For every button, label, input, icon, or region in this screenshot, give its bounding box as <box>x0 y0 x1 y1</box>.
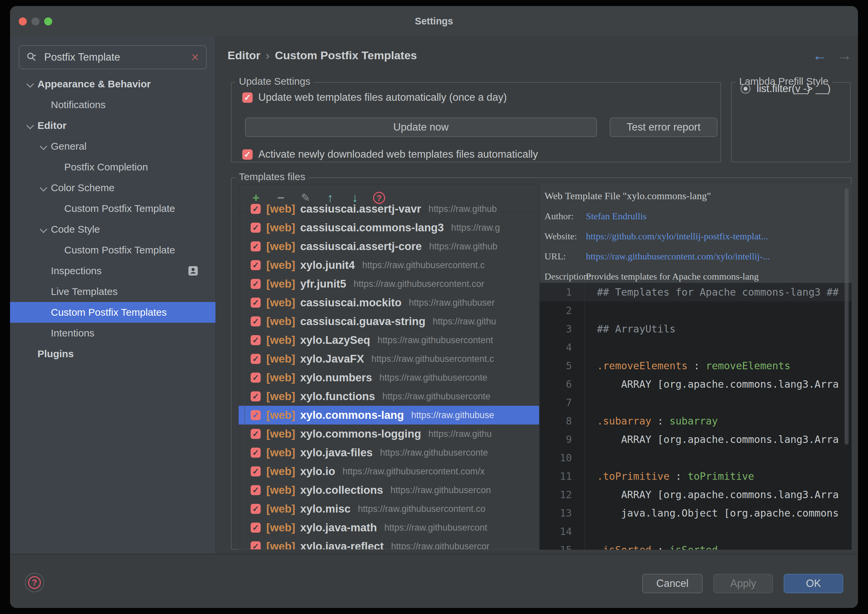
checkbox-checked-icon[interactable]: ✓ <box>251 298 261 308</box>
chevron-down-icon[interactable] <box>39 224 51 234</box>
checkbox-checked-icon[interactable]: ✓ <box>251 466 261 476</box>
template-file-row[interactable]: ✓ [web] xylo.LazySeq https://raw.githubu… <box>239 331 539 350</box>
clear-search-icon[interactable]: ✕ <box>191 51 200 64</box>
template-file-row[interactable]: ✓ [web] xylo.java-math https://raw.githu… <box>239 518 539 537</box>
sidebar-item[interactable]: Custom Postfix Templates <box>10 302 215 323</box>
checkbox-checked-icon[interactable]: ✓ <box>251 392 261 401</box>
template-file-row[interactable]: ✓ [web] cassiuscai.mockito https://raw.g… <box>239 293 539 312</box>
template-file-row[interactable]: ✓ [web] xylo.io https://raw.githubuserco… <box>239 462 539 481</box>
sidebar-item-label: Code Style <box>51 224 100 235</box>
checkbox-checked-icon[interactable]: ✓ <box>251 541 261 550</box>
template-file-row[interactable]: ✓ [web] xylo.numbers https://raw.githubu… <box>239 368 539 387</box>
checkbox-checked-icon[interactable]: ✓ <box>251 522 261 533</box>
checkbox-checked-icon[interactable]: ✓ <box>251 335 261 345</box>
template-file-name: xylo.commons-lang <box>300 409 404 421</box>
checkbox-checked-icon[interactable]: ✓ <box>242 149 253 160</box>
template-file-row[interactable]: ✓ [web] xylo.java-reflect https://raw.gi… <box>239 537 539 550</box>
checkbox-checked-icon[interactable]: ✓ <box>251 260 261 270</box>
sidebar-item[interactable]: Postfix Completion <box>10 157 215 177</box>
sidebar-item[interactable]: Notifications <box>10 95 215 115</box>
page-title: Custom Postfix Templates <box>275 49 417 62</box>
chevron-down-icon[interactable] <box>25 121 37 131</box>
settings-search-box[interactable]: ✕ <box>19 45 207 69</box>
template-file-row[interactable]: ✓ [web] xylo.commons-lang https://raw.gi… <box>239 406 539 424</box>
checkbox-checked-icon[interactable]: ✓ <box>251 204 261 214</box>
breadcrumb-parent[interactable]: Editor <box>228 49 260 62</box>
sidebar-item[interactable]: Plugins <box>10 344 215 364</box>
template-file-row[interactable]: ✓ [web] yfr.junit5 https://raw.githubuse… <box>239 275 539 293</box>
template-file-row[interactable]: ✓ [web] cassiuscai.assertj-core https://… <box>239 237 539 256</box>
activate-templates-checkbox-row[interactable]: ✓ Activate newly downloaded web template… <box>242 148 538 160</box>
checkbox-checked-icon[interactable]: ✓ <box>251 373 261 382</box>
editor-scrollbar[interactable] <box>845 188 849 445</box>
activate-templates-label[interactable]: Activate newly downloaded web templates … <box>258 148 538 160</box>
checkbox-checked-icon[interactable]: ✓ <box>251 222 261 233</box>
sidebar-item[interactable]: Intentions <box>10 323 215 344</box>
checkbox-checked-icon[interactable]: ✓ <box>251 410 261 420</box>
lambda-style-label[interactable]: list.filter(v -> __) <box>756 83 831 95</box>
template-file-row[interactable]: ✓ [web] xylo.junit4 https://raw.githubus… <box>239 256 539 275</box>
update-now-button[interactable]: Update now <box>245 118 597 137</box>
checkbox-checked-icon[interactable]: ✓ <box>242 92 253 103</box>
template-file-row[interactable]: ✓ [web] cassiuscai.guava-string https://… <box>239 312 539 331</box>
sidebar-item[interactable]: Color Scheme <box>10 177 215 198</box>
radio-button-icon[interactable] <box>741 84 750 94</box>
auto-update-checkbox-row[interactable]: ✓ Update web templates files automatical… <box>242 92 507 103</box>
chevron-down-icon[interactable] <box>39 183 51 193</box>
template-file-name: cassiuscai.mockito <box>300 296 401 309</box>
template-file-name: xylo.commons-logging <box>300 427 421 440</box>
template-code-editor[interactable]: 1 ## Templates for Apache commons-lang3 … <box>540 283 852 550</box>
sidebar-item[interactable]: Custom Postfix Template <box>10 240 215 260</box>
template-info-fields: Author: Stefan Endrullis Website: https:… <box>544 211 852 282</box>
template-file-row[interactable]: ✓ [web] xylo.JavaFX https://raw.githubus… <box>239 350 539 368</box>
checkbox-checked-icon[interactable]: ✓ <box>251 485 261 495</box>
dialog-footer: ? Cancel Apply OK <box>10 554 858 608</box>
cancel-button[interactable]: Cancel <box>642 574 703 593</box>
info-field-value[interactable]: Provides templates for Apache commons-la… <box>586 271 759 282</box>
back-arrow-icon[interactable]: ← <box>812 47 827 64</box>
template-file-url: https://raw.githubusercon <box>391 485 491 496</box>
info-field-value[interactable]: https://raw.githubusercontent.com/xylo/i… <box>586 251 770 262</box>
chevron-down-icon[interactable] <box>39 141 51 151</box>
template-file-row[interactable]: ✓ [web] cassiuscai.commons-lang3 https:/… <box>239 218 539 237</box>
sidebar-item[interactable]: Live Templates <box>10 281 215 302</box>
help-button[interactable]: ? <box>25 573 44 592</box>
template-file-row[interactable]: ✓ [web] cassiuscai.assertj-vavr https://… <box>239 199 539 218</box>
template-file-row[interactable]: ✓ [web] xylo.java-files https://raw.gith… <box>239 443 539 462</box>
checkbox-checked-icon[interactable]: ✓ <box>251 354 261 364</box>
ok-button[interactable]: OK <box>784 574 843 593</box>
line-number: 15 <box>540 541 585 550</box>
zoom-traffic-light[interactable] <box>44 17 52 25</box>
checkbox-checked-icon[interactable]: ✓ <box>251 448 261 458</box>
sidebar-item[interactable]: General <box>10 136 215 157</box>
web-tag: [web] <box>267 465 295 478</box>
minimize-traffic-light[interactable] <box>31 17 39 25</box>
chevron-down-icon[interactable] <box>25 79 37 89</box>
sidebar-item[interactable]: Inspections <box>10 260 215 281</box>
lambda-style-radio-row[interactable]: list.filter(v -> __) <box>741 83 831 95</box>
checkbox-checked-icon[interactable]: ✓ <box>251 316 261 326</box>
checkbox-checked-icon[interactable]: ✓ <box>251 241 261 252</box>
test-error-report-button[interactable]: Test error report <box>610 118 718 137</box>
sidebar-item[interactable]: Appearance & Behavior <box>10 74 215 95</box>
sidebar-item[interactable]: Custom Postfix Template <box>10 198 215 219</box>
template-detail-panel: Web Template File "xylo.commons-lang" Au… <box>539 184 852 550</box>
close-traffic-light[interactable] <box>19 17 27 25</box>
sidebar-item-label: Postfix Completion <box>64 162 148 173</box>
template-file-row[interactable]: ✓ [web] xylo.misc https://raw.githubuser… <box>239 499 539 518</box>
sidebar-item[interactable]: Editor <box>10 115 215 136</box>
template-file-name: cassiuscai.assertj-vavr <box>300 202 421 215</box>
search-input[interactable] <box>43 51 191 64</box>
checkbox-checked-icon[interactable]: ✓ <box>251 279 261 289</box>
info-field-value[interactable]: https://github.com/xylo/intellij-postfix… <box>586 231 768 242</box>
checkbox-checked-icon[interactable]: ✓ <box>251 429 261 439</box>
auto-update-label[interactable]: Update web templates files automatically… <box>258 92 507 103</box>
checkbox-checked-icon[interactable]: ✓ <box>251 504 261 514</box>
sidebar-item[interactable]: Code Style <box>10 219 215 240</box>
template-file-row[interactable]: ✓ [web] xylo.collections https://raw.git… <box>239 481 539 499</box>
forward-arrow-icon[interactable]: → <box>837 47 852 64</box>
template-file-row[interactable]: ✓ [web] xylo.commons-logging https://raw… <box>239 424 539 443</box>
info-field-value[interactable]: Stefan Endrullis <box>586 211 646 222</box>
template-file-row[interactable]: ✓ [web] xylo.functions https://raw.githu… <box>239 387 539 406</box>
apply-button[interactable]: Apply <box>713 574 773 593</box>
